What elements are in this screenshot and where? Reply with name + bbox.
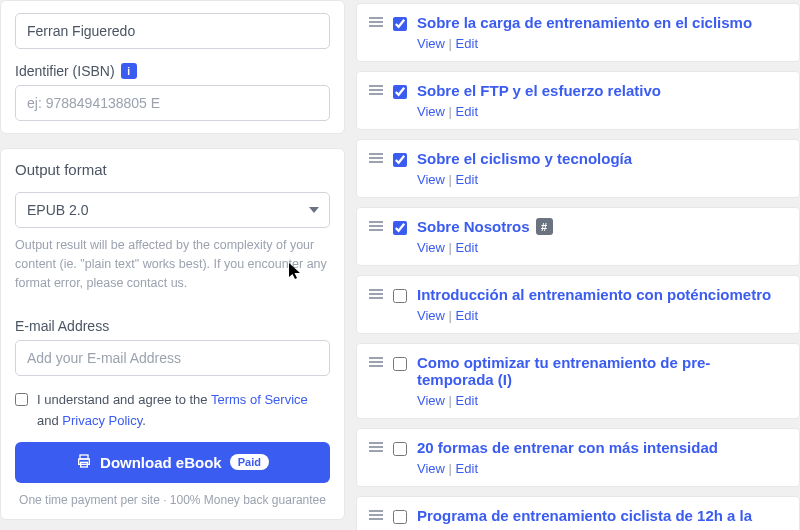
hash-icon: # bbox=[536, 218, 553, 235]
item-checkbox[interactable] bbox=[393, 442, 407, 456]
edit-link[interactable]: Edit bbox=[456, 240, 478, 255]
format-hint: Output result will be affected by the co… bbox=[15, 236, 330, 292]
item-title[interactable]: Programa de entrenamiento ciclista de 12… bbox=[417, 507, 787, 530]
view-link[interactable]: View bbox=[417, 308, 445, 323]
info-icon[interactable]: i bbox=[121, 63, 137, 79]
view-link[interactable]: View bbox=[417, 393, 445, 408]
agree-checkbox[interactable] bbox=[15, 393, 28, 406]
edit-link[interactable]: Edit bbox=[456, 461, 478, 476]
item-checkbox[interactable] bbox=[393, 221, 407, 235]
view-link[interactable]: View bbox=[417, 172, 445, 187]
item-checkbox[interactable] bbox=[393, 357, 407, 371]
list-item: Sobre el FTP y el esfuerzo relativoView … bbox=[356, 71, 800, 130]
view-link[interactable]: View bbox=[417, 461, 445, 476]
drag-handle-icon[interactable] bbox=[369, 439, 383, 452]
list-item: Introducción al entrenamiento con poténc… bbox=[356, 275, 800, 334]
drag-handle-icon[interactable] bbox=[369, 14, 383, 27]
item-title[interactable]: 20 formas de entrenar con más intensidad bbox=[417, 439, 787, 456]
item-title[interactable]: Sobre Nosotros # bbox=[417, 218, 787, 235]
edit-link[interactable]: Edit bbox=[456, 172, 478, 187]
item-title[interactable]: Sobre la carga de entrenamiento en el ci… bbox=[417, 14, 787, 31]
list-item: 20 formas de entrenar con más intensidad… bbox=[356, 428, 800, 487]
output-card: Output format EPUB 2.0 Output result wil… bbox=[0, 148, 345, 520]
item-title[interactable]: Sobre el ciclismo y tecnología bbox=[417, 150, 787, 167]
isbn-label: Identifier (ISBN) i bbox=[15, 63, 330, 79]
tos-link[interactable]: Terms of Service bbox=[211, 392, 308, 407]
item-title[interactable]: Sobre el FTP y el esfuerzo relativo bbox=[417, 82, 787, 99]
drag-handle-icon[interactable] bbox=[369, 150, 383, 163]
item-checkbox[interactable] bbox=[393, 85, 407, 99]
drag-handle-icon[interactable] bbox=[369, 354, 383, 367]
email-input[interactable] bbox=[15, 340, 330, 376]
edit-link[interactable]: Edit bbox=[456, 393, 478, 408]
metadata-card: Identifier (ISBN) i bbox=[0, 0, 345, 134]
agree-row: I understand and agree to the Terms of S… bbox=[15, 390, 330, 432]
list-item: Sobre el ciclismo y tecnologíaView | Edi… bbox=[356, 139, 800, 198]
list-item: Como optimizar tu entrenamiento de pre-t… bbox=[356, 343, 800, 419]
view-link[interactable]: View bbox=[417, 240, 445, 255]
item-checkbox[interactable] bbox=[393, 153, 407, 167]
item-checkbox[interactable] bbox=[393, 510, 407, 524]
item-checkbox[interactable] bbox=[393, 289, 407, 303]
print-icon bbox=[76, 453, 92, 472]
privacy-link[interactable]: Privacy Policy bbox=[62, 413, 142, 428]
isbn-input[interactable] bbox=[15, 85, 330, 121]
email-label: E-mail Address bbox=[15, 318, 330, 334]
drag-handle-icon[interactable] bbox=[369, 82, 383, 95]
drag-handle-icon[interactable] bbox=[369, 286, 383, 299]
item-checkbox[interactable] bbox=[393, 17, 407, 31]
item-title[interactable]: Como optimizar tu entrenamiento de pre-t… bbox=[417, 354, 787, 388]
items-list: Sobre la carga de entrenamiento en el ci… bbox=[356, 0, 800, 530]
author-input[interactable] bbox=[15, 13, 330, 49]
edit-link[interactable]: Edit bbox=[456, 308, 478, 323]
format-select[interactable]: EPUB 2.0 bbox=[15, 192, 330, 228]
edit-link[interactable]: Edit bbox=[456, 104, 478, 119]
view-link[interactable]: View bbox=[417, 104, 445, 119]
output-format-heading: Output format bbox=[15, 161, 330, 178]
drag-handle-icon[interactable] bbox=[369, 507, 383, 520]
list-item: Programa de entrenamiento ciclista de 12… bbox=[356, 496, 800, 530]
payment-note: One time payment per site · 100% Money b… bbox=[15, 493, 330, 507]
view-link[interactable]: View bbox=[417, 36, 445, 51]
item-title[interactable]: Introducción al entrenamiento con poténc… bbox=[417, 286, 787, 303]
download-button[interactable]: Download eBook Paid bbox=[15, 442, 330, 483]
paid-badge: Paid bbox=[230, 454, 269, 470]
drag-handle-icon[interactable] bbox=[369, 218, 383, 231]
edit-link[interactable]: Edit bbox=[456, 36, 478, 51]
list-item: Sobre la carga de entrenamiento en el ci… bbox=[356, 3, 800, 62]
list-item: Sobre Nosotros #View | Edit bbox=[356, 207, 800, 266]
